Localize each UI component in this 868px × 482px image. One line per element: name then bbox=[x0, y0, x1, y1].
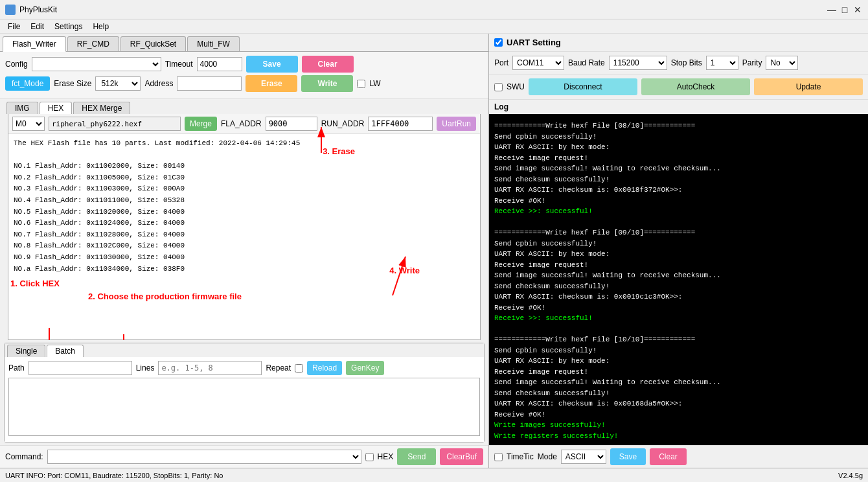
log-line: Send checksum successfully! bbox=[494, 174, 863, 185]
command-input[interactable] bbox=[47, 450, 361, 464]
lw-checkbox[interactable] bbox=[357, 80, 365, 88]
log-line: Send image successful! Waiting to receiv… bbox=[494, 163, 863, 174]
swu-checkbox[interactable] bbox=[494, 83, 503, 91]
tab-single[interactable]: Single bbox=[7, 345, 45, 357]
status-info: UART INFO: Port: COM11, Baudrate: 115200… bbox=[5, 472, 223, 479]
log-line: Send cpbin successfully! bbox=[494, 238, 863, 249]
hex-check-label: HEX bbox=[378, 452, 394, 461]
tab-flash-writer[interactable]: Flash_Writer bbox=[3, 36, 66, 52]
main-layout: Flash_Writer RF_CMD RF_QuickSet Multi_FW… bbox=[0, 34, 868, 468]
erase-size-select[interactable]: 512k bbox=[95, 76, 141, 91]
hex-part-1: NO.1 Flash_Addr: 0x11002000, Size: 00140 bbox=[14, 161, 475, 172]
config-row-1: Config Timeout Save Clear bbox=[5, 56, 483, 73]
tab-hex-merge[interactable]: HEX Merge bbox=[73, 102, 130, 114]
hex-mode-select[interactable]: M0 bbox=[12, 117, 45, 131]
hex-panel: M0 Merge FLA_ADDR RUN_ADDR UartRun The H… bbox=[8, 114, 481, 340]
menu-edit[interactable]: Edit bbox=[25, 21, 49, 32]
version-label: V2.4.5g bbox=[838, 472, 863, 479]
save-log-button[interactable]: Save bbox=[610, 448, 646, 465]
right-panel: UART Setting Port COM11 Baud Rate 115200… bbox=[489, 34, 868, 468]
hex-part-8: NO.8 Flash_Addr: 0x1102C000, Size: 04000 bbox=[14, 240, 475, 252]
tab-hex[interactable]: HEX bbox=[40, 102, 73, 114]
merge-button[interactable]: Merge bbox=[185, 117, 217, 131]
close-button[interactable]: ✕ bbox=[852, 5, 863, 15]
mode-select[interactable]: ASCII HEX bbox=[561, 450, 606, 464]
log-line bbox=[494, 114, 863, 120]
repeat-checkbox[interactable] bbox=[295, 364, 303, 373]
clear-log-button[interactable]: Clear bbox=[650, 448, 687, 465]
save-button[interactable]: Save bbox=[246, 56, 298, 73]
batch-tabs: Single Batch bbox=[5, 343, 484, 357]
genkey-button[interactable]: GenKey bbox=[346, 361, 384, 375]
menu-help[interactable]: Help bbox=[87, 21, 114, 32]
statusbar: UART INFO: Port: COM11, Baudrate: 115200… bbox=[0, 468, 868, 482]
left-panel: Flash_Writer RF_CMD RF_QuickSet Multi_FW… bbox=[0, 34, 489, 468]
maximize-button[interactable]: □ bbox=[839, 5, 850, 15]
time-tic-checkbox[interactable] bbox=[494, 453, 503, 461]
tab-multi-fw[interactable]: Multi_FW bbox=[187, 36, 240, 51]
log-content: UART RX ASCII: checksum is: 0x001780f6#O… bbox=[489, 114, 868, 445]
menu-settings[interactable]: Settings bbox=[49, 21, 87, 32]
log-line: Receive #OK! bbox=[494, 303, 863, 314]
log-line: Receive >>: successful! bbox=[494, 313, 863, 324]
minimize-button[interactable]: — bbox=[827, 5, 837, 15]
tab-batch[interactable]: Batch bbox=[47, 345, 84, 357]
time-tic-label: TimeTic bbox=[507, 452, 534, 461]
log-line: Send checksum successfully! bbox=[494, 281, 863, 292]
log-line: Send cpbin successfully! bbox=[494, 345, 863, 356]
batch-textarea[interactable] bbox=[8, 378, 480, 436]
batch-path-input[interactable] bbox=[29, 361, 132, 375]
autocheck-button[interactable]: AutoCheck bbox=[641, 78, 750, 95]
log-line: UART RX ASCII: by hex mode: bbox=[494, 356, 863, 367]
fla-addr-label: FLA_ADDR bbox=[221, 119, 262, 128]
stop-bits-select[interactable]: 1 bbox=[706, 56, 738, 70]
inner-tabs: IMG HEX HEX Merge bbox=[4, 99, 485, 114]
log-line: UART RX ASCII: checksum is: 0x00168da5#O… bbox=[494, 398, 863, 409]
write-button[interactable]: Write bbox=[301, 75, 353, 92]
tab-img[interactable]: IMG bbox=[6, 102, 38, 114]
log-line: Receive >>: successful! bbox=[494, 206, 863, 217]
hex-part-3: NO.3 Flash_Addr: 0x11003000, Size: 000A0 bbox=[14, 183, 475, 195]
port-select[interactable]: COM11 bbox=[512, 56, 564, 70]
parity-select[interactable]: No bbox=[766, 56, 798, 70]
address-input[interactable] bbox=[177, 76, 242, 91]
batch-section: Single Batch Path Lines Repeat Reload Ge… bbox=[4, 343, 485, 442]
hex-file-content: The HEX Flash file has 10 parts. Last mo… bbox=[8, 134, 480, 339]
batch-lines-input[interactable] bbox=[158, 361, 262, 375]
send-button[interactable]: Send bbox=[397, 448, 436, 465]
log-line: Receive image request! bbox=[494, 367, 863, 378]
log-line: Write registers successfully! bbox=[494, 431, 863, 442]
disconnect-button[interactable]: Disconnect bbox=[529, 78, 637, 95]
tab-rf-cmd[interactable]: RF_CMD bbox=[67, 36, 119, 51]
menu-file[interactable]: File bbox=[3, 21, 25, 32]
uart-run-button[interactable]: UartRun bbox=[437, 117, 476, 131]
hex-content-area: M0 Merge FLA_ADDR RUN_ADDR UartRun The H… bbox=[4, 114, 485, 340]
log-line: UART RX ASCII: checksum is: 0x0019c1c3#O… bbox=[494, 292, 863, 303]
fla-addr-input[interactable] bbox=[266, 117, 317, 131]
reload-button[interactable]: Reload bbox=[307, 361, 342, 375]
baud-select[interactable]: 115200 bbox=[609, 56, 667, 70]
fct-mode-button[interactable]: fct_Mode bbox=[5, 76, 50, 91]
log-line: Receive image request! bbox=[494, 153, 863, 164]
log-line: Send image successful! Waiting to receiv… bbox=[494, 270, 863, 281]
erase-button[interactable]: Erase bbox=[246, 75, 297, 92]
timeout-input[interactable] bbox=[197, 57, 242, 71]
clear-button[interactable]: Clear bbox=[302, 56, 354, 73]
hex-part-6: NO.6 Flash_Addr: 0x11024000, Size: 04000 bbox=[14, 218, 475, 229]
log-line: Send image successful! Waiting to receiv… bbox=[494, 377, 863, 388]
tab-rf-quickset[interactable]: RF_QuickSet bbox=[120, 36, 186, 51]
app-title: PhyPlusKit bbox=[19, 5, 827, 14]
uart-title: UART Setting bbox=[507, 38, 561, 47]
log-line: UART RX ASCII: checksum is: 0x0018f372#O… bbox=[494, 185, 863, 196]
run-addr-input[interactable] bbox=[368, 117, 433, 131]
update-button[interactable]: Update bbox=[754, 78, 863, 95]
config-select[interactable] bbox=[32, 57, 161, 71]
uart-enabled-checkbox[interactable] bbox=[494, 38, 503, 47]
clearbuf-button[interactable]: ClearBuf bbox=[440, 448, 483, 465]
hex-checkbox[interactable] bbox=[365, 453, 374, 461]
hex-toolbar: M0 Merge FLA_ADDR RUN_ADDR UartRun bbox=[8, 114, 480, 134]
batch-row-1: Path Lines Repeat Reload GenKey bbox=[8, 361, 480, 375]
uart-buttons-row: SWU Disconnect AutoCheck Update bbox=[489, 75, 868, 100]
hex-file-input[interactable] bbox=[49, 117, 181, 131]
log-bottom-bar: TimeTic Mode ASCII HEX Save Clear bbox=[489, 445, 868, 468]
